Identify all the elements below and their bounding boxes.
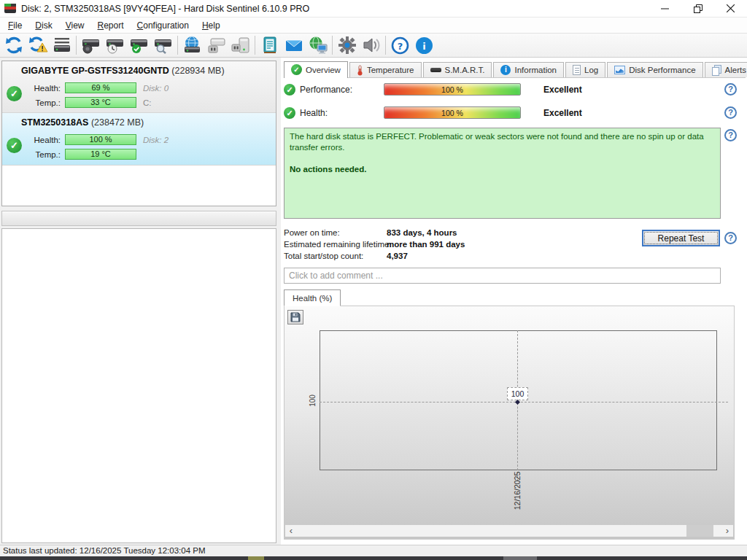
refresh-warning-button[interactable] [26, 34, 50, 56]
sound-button[interactable] [359, 34, 383, 56]
svg-text:i: i [422, 40, 425, 51]
disk-speaker-button[interactable] [79, 34, 103, 56]
disk-check-icon [129, 36, 150, 55]
refresh-button[interactable] [1, 34, 26, 56]
help-button[interactable]: ? [388, 34, 412, 56]
restore-button[interactable] [681, 0, 714, 18]
chart-tab-health[interactable]: Health (%) [284, 289, 341, 306]
health-label: Health: [2, 84, 61, 93]
info-button[interactable]: i [412, 34, 436, 56]
toolbar-separator [177, 36, 178, 55]
svg-text:?: ? [398, 40, 403, 51]
disk-status-box: The hard disk status is PERFECT. Problem… [284, 128, 721, 219]
save-chart-button[interactable] [287, 310, 303, 324]
network-button[interactable] [306, 34, 330, 56]
tab-alerts[interactable]: Alerts [705, 62, 747, 77]
chart-hgridline [320, 402, 728, 402]
disk-list-button[interactable] [50, 34, 74, 56]
globe-disk-button[interactable] [180, 34, 204, 56]
email-button[interactable] [282, 34, 306, 56]
toolbar-separator [385, 36, 386, 55]
chart-vgridline [517, 330, 518, 481]
performance-row: Performance: [284, 83, 352, 96]
disk-eject-button[interactable] [204, 34, 228, 56]
scrollbar-thumb[interactable] [686, 525, 713, 537]
disk-list-icon [53, 36, 71, 55]
main-area: GIGABYTE GP-GSTFS31240GNTD (228934 MB) H… [0, 58, 747, 545]
stat-label: Estimated remaining lifetime: [284, 240, 392, 249]
tab-bar: Overview Temperature S.M.A.R.T. Informat… [284, 61, 746, 78]
help-icon: ? [391, 36, 409, 55]
tab-smart[interactable]: S.M.A.R.T. [423, 62, 492, 77]
comment-input[interactable] [284, 268, 721, 284]
scroll-left-icon[interactable] [285, 525, 297, 537]
menu-configuration[interactable]: Configuration [131, 19, 196, 32]
thermometer-icon [357, 65, 363, 76]
chart-tab-label: Health (%) [293, 294, 332, 303]
menu-view[interactable]: View [59, 19, 91, 32]
health-ok-icon [284, 107, 295, 119]
disk-connect-button[interactable] [228, 34, 252, 56]
performance-help-icon[interactable] [724, 83, 737, 96]
tab-label: Log [584, 66, 598, 74]
status-help-icon[interactable] [724, 129, 737, 141]
scroll-right-icon[interactable] [721, 525, 733, 537]
menu-disk[interactable]: Disk [28, 19, 58, 32]
disk-number-label: Disk: 0 [143, 84, 169, 93]
disk-search-button[interactable] [151, 34, 175, 56]
performance-ok-icon [284, 84, 295, 96]
chart-icon [614, 66, 625, 74]
report-button[interactable] [258, 34, 282, 56]
settings-gear-icon [338, 36, 357, 55]
tab-overview[interactable]: Overview [284, 61, 348, 78]
disk-clock-button[interactable] [103, 34, 127, 56]
disk-status-message: The hard disk status is PERFECT. Problem… [290, 131, 715, 153]
disk-size: (238472 MB) [91, 117, 144, 128]
info-icon: i [415, 36, 433, 55]
disk-check-button[interactable] [127, 34, 151, 56]
report-icon [261, 36, 279, 55]
disk-list-item-1-selected[interactable]: STM3250318AS (238472 MB) Health: 100 % D… [2, 113, 276, 166]
temp-label: Temp.: [2, 98, 61, 107]
taskbar-edge-strip [0, 556, 747, 560]
disk-status-action: No actions needed. [290, 164, 715, 175]
email-icon [285, 36, 303, 55]
settings-button[interactable] [335, 34, 359, 56]
close-icon [727, 4, 735, 12]
globe-disk-icon [182, 36, 203, 55]
disk-speaker-icon [81, 36, 101, 55]
tab-label: S.M.A.R.T. [445, 66, 485, 74]
close-button[interactable] [714, 0, 747, 18]
menu-report[interactable]: Report [91, 19, 131, 32]
tab-temperature[interactable]: Temperature [349, 62, 422, 77]
repeat-test-button[interactable]: Repeat Test [642, 230, 720, 246]
repeat-test-help-icon[interactable] [724, 232, 737, 244]
toolbar-separator [255, 36, 255, 55]
chart-point-label: 100 [507, 387, 528, 400]
menu-file[interactable]: File [1, 19, 28, 32]
disk-list-item-0[interactable]: GIGABYTE GP-GSTFS31240GNTD (228934 MB) H… [2, 61, 276, 113]
refresh-warning-icon [28, 36, 48, 55]
refresh-icon [4, 36, 23, 55]
tab-disk-performance[interactable]: Disk Performance [607, 62, 703, 77]
sound-icon [362, 36, 381, 55]
minimize-button[interactable] [649, 0, 681, 18]
chart-horizontal-scrollbar[interactable] [285, 525, 733, 537]
health-gauge: 100 % [384, 106, 521, 119]
collapsed-panel-bar[interactable] [1, 211, 276, 226]
menu-help[interactable]: Help [196, 19, 227, 32]
stat-label: Total start/stop count: [284, 252, 363, 260]
disk-name: STM3250318AS [21, 117, 88, 128]
chart-xtick-label: 12/16/2025 [513, 469, 522, 513]
save-floppy-icon [290, 312, 301, 322]
tab-log[interactable]: Log [565, 62, 605, 77]
sidebar-empty-panel [1, 228, 276, 543]
repeat-test-label: Repeat Test [644, 232, 718, 244]
status-bar: Status last updated: 12/16/2025 Tuesday … [0, 545, 747, 556]
health-label: Health: [300, 108, 328, 118]
health-chart-panel: 100 100 12/16/2025 [284, 306, 735, 540]
disk-list: GIGABYTE GP-GSTFS31240GNTD (228934 MB) H… [1, 61, 276, 206]
tab-information[interactable]: Information [493, 62, 564, 77]
health-label: Health: [2, 136, 61, 144]
health-help-icon[interactable] [724, 106, 737, 119]
